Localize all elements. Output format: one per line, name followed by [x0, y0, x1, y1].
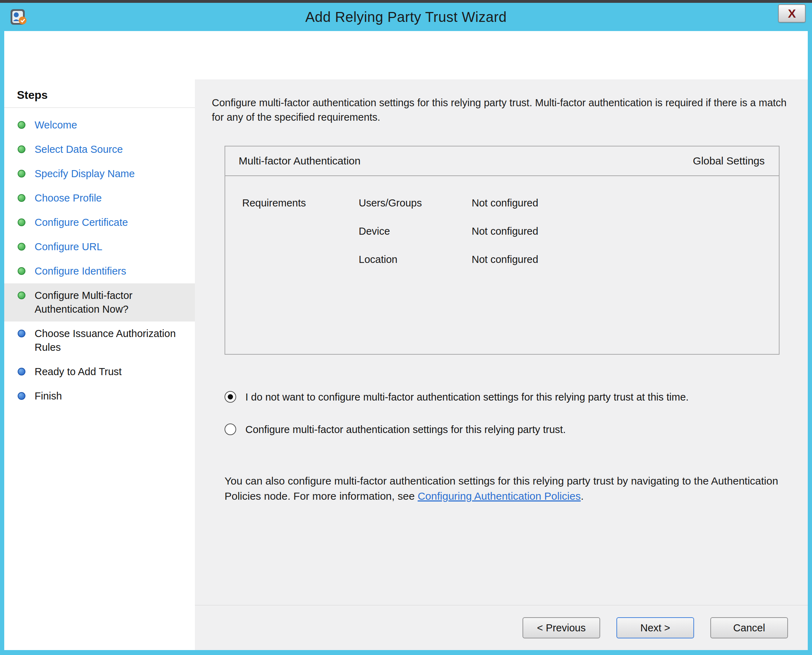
footer-button-bar: < Previous Next > Cancel — [195, 605, 808, 650]
table-row: Device Not configured — [225, 217, 779, 245]
panel-header: Multi-factor Authentication Global Setti… — [225, 146, 779, 176]
step-status-icon — [18, 392, 25, 400]
adfs-app-icon — [9, 7, 28, 26]
steps-sidebar: Steps Welcome Select Data Source Specify… — [4, 79, 195, 650]
requirement-value: Not configured — [471, 197, 779, 209]
radio-0[interactable]: I do not want to configure multi-factor … — [225, 390, 787, 404]
configuring-authentication-policies-link[interactable]: Configuring Authentication Policies — [418, 490, 581, 502]
requirements-label: Requirements — [242, 197, 359, 209]
step-choose-profile[interactable]: Choose Profile — [4, 186, 195, 210]
step-status-icon — [18, 368, 25, 375]
main-content: Configure multi-factor authentication se… — [195, 79, 808, 605]
radio-button-icon[interactable] — [225, 423, 236, 435]
step-status-icon — [18, 170, 25, 177]
step-specify-display-name[interactable]: Specify Display Name — [4, 161, 195, 186]
radio-label[interactable]: Configure multi-factor authentication se… — [245, 423, 565, 437]
close-button[interactable]: X — [778, 4, 806, 23]
step-finish: Finish — [4, 384, 195, 408]
step-choose-issuance-authorization-rules: Choose Issuance Authorization Rules — [4, 321, 195, 360]
intro-text: Configure multi-factor authentication se… — [212, 95, 787, 125]
previous-button[interactable]: < Previous — [522, 617, 600, 638]
panel-title: Multi-factor Authentication — [239, 155, 361, 167]
content-row: Steps Welcome Select Data Source Specify… — [4, 79, 808, 650]
step-configure-identifiers[interactable]: Configure Identifiers — [4, 259, 195, 283]
step-configure-url[interactable]: Configure URL — [4, 235, 195, 259]
mfa-settings-panel: Multi-factor Authentication Global Setti… — [225, 146, 780, 355]
main-pane: Configure multi-factor authentication se… — [195, 79, 808, 650]
radio-button-icon[interactable] — [225, 391, 236, 403]
requirement-name: Device — [359, 226, 471, 237]
cancel-button[interactable]: Cancel — [710, 617, 788, 638]
step-status-icon — [18, 267, 25, 275]
steps-list: Welcome Select Data Source Specify Displ… — [4, 113, 195, 408]
step-status-icon — [18, 330, 25, 337]
step-ready-to-add-trust: Ready to Add Trust — [4, 360, 195, 384]
radio-1[interactable]: Configure multi-factor authentication se… — [225, 423, 787, 437]
panel-body: Requirements Users/Groups Not configured… — [225, 176, 779, 274]
step-status-icon — [18, 121, 25, 129]
next-button[interactable]: Next > — [616, 617, 694, 638]
requirement-name: Users/Groups — [359, 197, 471, 209]
table-row: Location Not configured — [225, 245, 779, 274]
step-configure-mfa-now[interactable]: Configure Multi-factor Authentication No… — [4, 283, 195, 321]
step-status-icon — [18, 194, 25, 202]
table-row: Requirements Users/Groups Not configured — [225, 189, 779, 217]
step-status-icon — [18, 145, 25, 153]
requirement-value: Not configured — [471, 254, 779, 265]
window-top-edge — [0, 0, 812, 3]
requirement-value: Not configured — [471, 226, 779, 237]
titlebar: Add Relying Party Trust Wizard X — [4, 3, 808, 31]
steps-heading: Steps — [4, 89, 195, 108]
step-select-data-source[interactable]: Select Data Source — [4, 137, 195, 161]
step-status-icon — [18, 292, 25, 299]
footnote-text: You can also configure multi-factor auth… — [225, 473, 780, 504]
wizard-window: Add Relying Party Trust Wizard X Steps W… — [0, 0, 812, 655]
header-band — [4, 31, 808, 79]
step-configure-certificate[interactable]: Configure Certificate — [4, 210, 195, 235]
window-body: Steps Welcome Select Data Source Specify… — [4, 31, 808, 650]
step-status-icon — [18, 243, 25, 251]
step-welcome[interactable]: Welcome — [4, 113, 195, 137]
radio-label[interactable]: I do not want to configure multi-factor … — [245, 390, 689, 404]
footnote-after: . — [581, 490, 584, 502]
step-status-icon — [18, 218, 25, 226]
requirement-name: Location — [359, 254, 471, 265]
window-title: Add Relying Party Trust Wizard — [305, 9, 507, 25]
global-settings-label: Global Settings — [693, 155, 765, 167]
